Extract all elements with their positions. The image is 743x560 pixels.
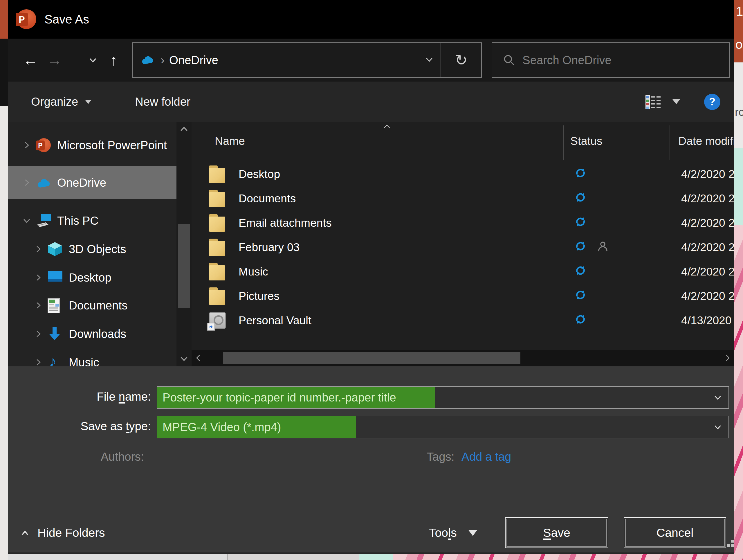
scroll-up-icon[interactable] xyxy=(179,124,189,134)
cancel-button[interactable]: Cancel xyxy=(624,517,726,548)
shared-person-icon xyxy=(597,240,609,255)
column-name[interactable]: Name xyxy=(215,135,245,147)
table-row[interactable]: Desktop 4/2/2020 2:5 xyxy=(191,162,734,186)
resize-grip[interactable] xyxy=(727,535,734,547)
table-row[interactable]: Documents 4/2/2020 2:5 xyxy=(191,186,734,211)
sync-status-icon xyxy=(574,264,587,280)
file-name: Pictures xyxy=(238,290,279,302)
sidebar-item-desktop[interactable]: Desktop xyxy=(8,263,176,292)
search-icon xyxy=(503,54,516,67)
chevron-up-icon xyxy=(19,528,31,538)
view-caret-icon[interactable] xyxy=(672,82,680,122)
file-name: Music xyxy=(238,265,268,278)
sidebar-scrollbar[interactable] xyxy=(176,122,191,367)
save-button[interactable]: Save xyxy=(505,517,608,548)
sidebar-item-microsoft-powerpoint[interactable]: P Microsoft PowerPoint xyxy=(8,131,176,159)
sidebar-item-documents[interactable]: Documents xyxy=(8,291,176,319)
folder-icon xyxy=(209,288,225,305)
scrollbar-thumb[interactable] xyxy=(178,224,190,308)
table-row[interactable]: Music 4/2/2020 2:5 xyxy=(191,260,734,284)
authors-label: Authors: xyxy=(101,450,144,463)
bg-right-flower-image xyxy=(734,225,743,560)
help-question-icon: ? xyxy=(709,96,715,108)
horizontal-scrollbar[interactable] xyxy=(191,350,734,367)
sidebar-item-downloads[interactable]: Downloads xyxy=(8,319,176,348)
tools-label: Tools xyxy=(429,526,457,540)
tools-button[interactable]: Tools xyxy=(429,526,477,540)
table-row[interactable]: Personal Vault 4/13/2020 5: xyxy=(191,308,734,333)
new-folder-button[interactable]: New folder xyxy=(135,82,190,122)
expand-chevron-icon[interactable] xyxy=(32,245,45,253)
folder-icon xyxy=(209,263,225,281)
save-as-type-highlight: MPEG-4 Video (*.mp4) xyxy=(157,416,356,438)
scroll-down-icon[interactable] xyxy=(179,354,189,363)
screen: 1 o rc P Save As ← → ↑ xyxy=(0,0,743,560)
sync-status-icon xyxy=(574,166,587,182)
address-bar[interactable]: › OneDrive xyxy=(132,42,441,78)
expand-chevron-icon[interactable] xyxy=(32,358,45,367)
folder-icon xyxy=(209,190,225,207)
column-divider[interactable] xyxy=(669,125,670,160)
save-as-dialog: P Save As ← → ↑ › OneDrive xyxy=(8,0,734,554)
bg-left-dark xyxy=(0,39,8,106)
expand-chevron-icon[interactable] xyxy=(20,141,33,149)
table-row[interactable]: Email attachments 4/2/2020 2:5 xyxy=(191,211,734,235)
column-status[interactable]: Status xyxy=(570,135,603,147)
column-divider[interactable] xyxy=(563,125,564,160)
save-label: Save xyxy=(543,526,570,540)
expand-chevron-icon[interactable] xyxy=(20,178,33,187)
table-row[interactable]: Pictures 4/2/2020 2:5 xyxy=(191,284,734,308)
onedrive-icon xyxy=(36,175,52,190)
date-modified: 4/2/2020 2:5 xyxy=(681,265,734,278)
back-icon[interactable]: ← xyxy=(23,39,38,82)
bg-bottom-gray2 xyxy=(227,554,359,560)
sidebar-item-music[interactable]: ♪ Music xyxy=(8,348,176,367)
scroll-right-icon[interactable] xyxy=(723,353,732,362)
scroll-left-icon[interactable] xyxy=(194,353,203,362)
this-pc-icon xyxy=(36,213,52,228)
expand-chevron-icon[interactable] xyxy=(32,330,45,338)
refresh-icon: ↻ xyxy=(455,51,468,69)
breadcrumb-onedrive[interactable]: OneDrive xyxy=(169,54,218,67)
expand-chevron-icon[interactable] xyxy=(32,273,45,282)
table-row[interactable]: February 03 4/2/2020 2:5 xyxy=(191,235,734,260)
hide-folders-button[interactable]: Hide Folders xyxy=(19,526,105,540)
sidebar-item-3d-objects[interactable]: 3D Objects xyxy=(8,235,176,263)
address-dropdown-chevron-icon[interactable] xyxy=(424,54,434,66)
sidebar-item-onedrive[interactable]: OneDrive xyxy=(8,166,176,199)
change-view-button[interactable] xyxy=(645,95,662,111)
sync-status-icon xyxy=(574,240,587,255)
column-date-modified[interactable]: Date modified xyxy=(678,135,734,147)
sidebar-item-this-pc[interactable]: This PC xyxy=(8,206,176,235)
title-bar[interactable]: P Save As xyxy=(8,0,734,39)
organize-button[interactable]: Organize xyxy=(31,82,91,122)
close-icon[interactable] xyxy=(702,9,723,30)
forward-icon[interactable]: → xyxy=(47,39,62,82)
collapse-chevron-icon[interactable] xyxy=(20,216,33,225)
sidebar-item-label: Music xyxy=(69,356,99,367)
sidebar-item-label: This PC xyxy=(57,214,98,227)
save-as-type-select[interactable]: MPEG-4 Video (*.mp4) xyxy=(157,416,729,438)
file-name-dropdown-chevron-icon[interactable] xyxy=(713,387,723,408)
refresh-button[interactable]: ↻ xyxy=(441,42,482,78)
sidebar-item-label: Microsoft PowerPoint xyxy=(57,139,167,152)
search-placeholder: Search OneDrive xyxy=(522,54,612,67)
add-a-tag-link[interactable]: Add a tag xyxy=(462,450,511,463)
breadcrumb-chevron-icon: › xyxy=(161,53,165,67)
folder-icon xyxy=(209,214,225,232)
file-name-input[interactable]: Poster-your topic-paper id number.-paper… xyxy=(157,386,729,409)
bg-powerpoint-left-strip xyxy=(0,0,8,39)
recent-locations-chevron-icon[interactable] xyxy=(88,39,98,82)
date-modified: 4/13/2020 5: xyxy=(681,314,734,327)
help-button[interactable]: ? xyxy=(704,94,720,110)
search-box[interactable]: Search OneDrive xyxy=(492,42,730,78)
date-modified: 4/2/2020 2:5 xyxy=(681,290,734,302)
scrollbar-thumb[interactable] xyxy=(223,352,520,364)
sync-status-icon xyxy=(574,288,587,304)
expand-chevron-icon[interactable] xyxy=(32,301,45,310)
folder-icon xyxy=(209,239,225,256)
up-icon[interactable]: ↑ xyxy=(110,39,118,82)
save-as-type-dropdown-chevron-icon[interactable] xyxy=(713,416,723,438)
file-name: Email attachments xyxy=(238,217,332,229)
bg-text-fragment: 1 xyxy=(736,4,743,18)
